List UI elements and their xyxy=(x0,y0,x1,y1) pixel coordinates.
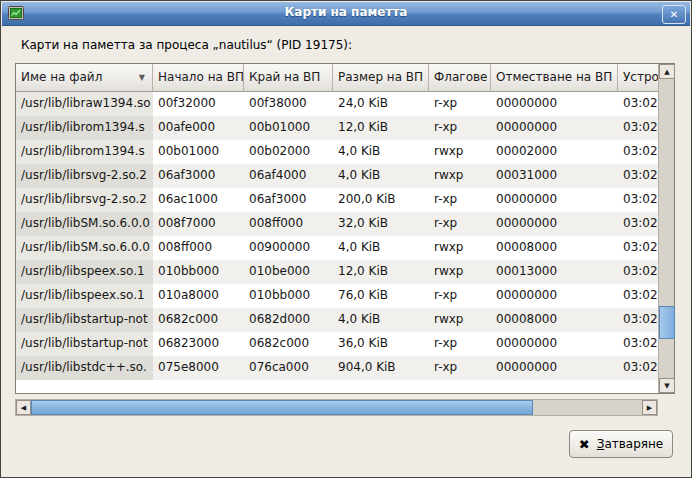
table-row[interactable]: /usr/lib/libstartup-not0682c0000682d0004… xyxy=(16,308,658,332)
table-cell: 4,0 KiB xyxy=(333,164,429,188)
table-cell: 00000000 xyxy=(491,284,618,308)
table-cell: 00013000 xyxy=(491,260,618,284)
arrow-up-icon: ▲ xyxy=(664,68,669,76)
close-x-icon: ✖ xyxy=(579,438,590,451)
table-cell: rwxp xyxy=(429,164,491,188)
table-cell: r-xp xyxy=(429,116,491,140)
titlebar[interactable]: Карти на паметта ✕ xyxy=(2,2,690,26)
memory-maps-dialog: Карти на паметта ✕ Карти на паметта за п… xyxy=(0,0,692,478)
column-header-device[interactable]: Устро xyxy=(618,64,658,92)
table-cell: r-xp xyxy=(429,332,491,356)
table-cell: 008ff000 xyxy=(244,212,333,236)
table-cell: 06af3000 xyxy=(153,164,244,188)
table-cell: /usr/lib/librsvg-2.so.2 xyxy=(16,188,153,212)
process-description-label: Карти на паметта за процеса „nautilus“ (… xyxy=(21,38,352,52)
table-cell: 00afe000 xyxy=(153,116,244,140)
scroll-down-button[interactable]: ▼ xyxy=(659,378,675,393)
table-cell: r-xp xyxy=(429,92,491,116)
table-cell: 03:02 xyxy=(618,188,658,212)
scroll-left-button[interactable]: ◀ xyxy=(16,400,31,415)
table-cell: 00b01000 xyxy=(153,140,244,164)
table-cell: 00008000 xyxy=(491,308,618,332)
table-cell: /usr/lib/libstartup-not xyxy=(16,332,153,356)
table-cell: 00f38000 xyxy=(244,92,333,116)
table-cell: rwxp xyxy=(429,260,491,284)
table-cell: 24,0 KiB xyxy=(333,92,429,116)
table-cell: 008ff000 xyxy=(153,236,244,260)
table-row[interactable]: /usr/lib/librsvg-2.so.206ac100006af30002… xyxy=(16,188,658,212)
table-cell: 0682d000 xyxy=(244,308,333,332)
table-row[interactable]: /usr/lib/libspeex.so.1010bb000010be00012… xyxy=(16,260,658,284)
scroll-up-button[interactable]: ▲ xyxy=(659,64,675,79)
table-cell: 03:02 xyxy=(618,308,658,332)
horizontal-scrollbar[interactable]: ◀ ▶ xyxy=(15,399,658,416)
table-cell: 03:02 xyxy=(618,212,658,236)
close-dialog-button[interactable]: ✖ Затваряне xyxy=(569,430,673,458)
table-cell: 904,0 KiB xyxy=(333,356,429,380)
table-cell: 03:02 xyxy=(618,236,658,260)
table-row[interactable]: /usr/lib/libspeex.so.1010a8000010bb00076… xyxy=(16,284,658,308)
table-row[interactable]: /usr/lib/libstartup-not068230000682c0003… xyxy=(16,332,658,356)
table-row[interactable]: /usr/lib/libSM.so.6.0.0008ff000009000004… xyxy=(16,236,658,260)
table-cell: /usr/lib/librom1394.s xyxy=(16,116,153,140)
table-row[interactable]: /usr/lib/libstdc++.so.075e8000076ca00090… xyxy=(16,356,658,380)
table-body: /usr/lib/libraw1394.so00f3200000f3800024… xyxy=(16,92,658,393)
table-cell: 03:02 xyxy=(618,116,658,140)
table-row[interactable]: /usr/lib/librom1394.s00afe00000b0100012,… xyxy=(16,116,658,140)
table-cell: 00000000 xyxy=(491,188,618,212)
table-cell: /usr/lib/libspeex.so.1 xyxy=(16,260,153,284)
table-row[interactable]: /usr/lib/libraw1394.so00f3200000f3800024… xyxy=(16,92,658,116)
table-cell: 075e8000 xyxy=(153,356,244,380)
table-cell: 00008000 xyxy=(491,236,618,260)
scroll-right-button[interactable]: ▶ xyxy=(642,400,657,415)
table-header: Име на файл ▼ Начало на ВП Край на ВП Ра… xyxy=(16,64,658,92)
column-header-vm-end[interactable]: Край на ВП xyxy=(244,64,333,92)
table-cell: 010bb000 xyxy=(153,260,244,284)
arrow-left-icon: ◀ xyxy=(21,404,26,412)
table-cell: 010be000 xyxy=(244,260,333,284)
table-cell: 4,0 KiB xyxy=(333,308,429,332)
table-cell: 06823000 xyxy=(153,332,244,356)
table-cell: 12,0 KiB xyxy=(333,116,429,140)
horizontal-scrollbar-thumb[interactable] xyxy=(31,400,533,415)
table-row[interactable]: /usr/lib/librom1394.s00b0100000b020004,0… xyxy=(16,140,658,164)
table-cell: 03:02 xyxy=(618,140,658,164)
table-cell: 00f32000 xyxy=(153,92,244,116)
table-cell: 00000000 xyxy=(491,212,618,236)
vertical-scrollbar-thumb[interactable] xyxy=(659,306,675,339)
column-header-flags[interactable]: Флагове xyxy=(429,64,491,92)
table-cell: 0682c000 xyxy=(153,308,244,332)
table-cell: 00000000 xyxy=(491,332,618,356)
table-row[interactable]: /usr/lib/librsvg-2.so.206af300006af40004… xyxy=(16,164,658,188)
table-cell: 32,0 KiB xyxy=(333,212,429,236)
table-cell: /usr/lib/libspeex.so.1 xyxy=(16,284,153,308)
table-cell: 06ac1000 xyxy=(153,188,244,212)
table-cell: /usr/lib/libSM.so.6.0.0 xyxy=(16,212,153,236)
table-cell: 00b01000 xyxy=(244,116,333,140)
table-cell: r-xp xyxy=(429,356,491,380)
table-cell: rwxp xyxy=(429,308,491,332)
column-header-vm-offset[interactable]: Отместване на ВП xyxy=(491,64,618,92)
table-cell: r-xp xyxy=(429,212,491,236)
table-cell: /usr/lib/libSM.so.6.0.0 xyxy=(16,236,153,260)
window-close-button[interactable]: ✕ xyxy=(662,5,686,24)
table-cell: /usr/lib/libstdc++.so. xyxy=(16,356,153,380)
column-header-filename[interactable]: Име на файл ▼ xyxy=(16,64,153,92)
table-cell: 03:02 xyxy=(618,332,658,356)
vertical-scrollbar[interactable]: ▲ ▼ xyxy=(658,64,674,393)
column-header-vm-size[interactable]: Размер на ВП xyxy=(333,64,429,92)
table-row[interactable]: /usr/lib/libSM.so.6.0.0008f7000008ff0003… xyxy=(16,212,658,236)
table-cell: 200,0 KiB xyxy=(333,188,429,212)
close-button-label: Затваряне xyxy=(597,437,664,451)
column-header-vm-start[interactable]: Начало на ВП xyxy=(153,64,244,92)
table-cell: r-xp xyxy=(429,284,491,308)
table-cell: 4,0 KiB xyxy=(333,140,429,164)
table-cell: 12,0 KiB xyxy=(333,260,429,284)
table-cell: 00000000 xyxy=(491,356,618,380)
table-cell: 076ca000 xyxy=(244,356,333,380)
table-cell: 00b02000 xyxy=(244,140,333,164)
table-cell: 03:02 xyxy=(618,260,658,284)
window-title: Карти на паметта xyxy=(2,5,690,19)
sort-descending-icon: ▼ xyxy=(139,74,145,82)
table-cell: /usr/lib/librom1394.s xyxy=(16,140,153,164)
